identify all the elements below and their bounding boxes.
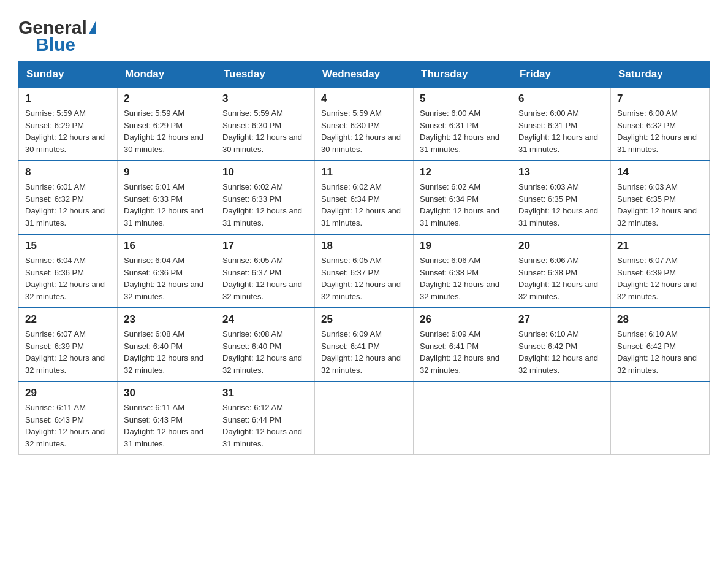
day-info: Sunrise: 6:09 AM Sunset: 6:41 PM Dayligh… bbox=[420, 328, 506, 376]
day-number: 17 bbox=[222, 240, 308, 252]
day-info: Sunrise: 6:01 AM Sunset: 6:32 PM Dayligh… bbox=[25, 181, 111, 229]
calendar-week-row: 29 Sunrise: 6:11 AM Sunset: 6:43 PM Dayl… bbox=[19, 381, 710, 455]
calendar-cell: 29 Sunrise: 6:11 AM Sunset: 6:43 PM Dayl… bbox=[19, 381, 118, 455]
day-info: Sunrise: 6:11 AM Sunset: 6:43 PM Dayligh… bbox=[124, 402, 210, 450]
calendar-header-row: SundayMondayTuesdayWednesdayThursdayFrid… bbox=[19, 62, 710, 88]
header-saturday: Saturday bbox=[611, 62, 710, 88]
day-number: 23 bbox=[124, 313, 210, 326]
calendar-cell: 25 Sunrise: 6:09 AM Sunset: 6:41 PM Dayl… bbox=[315, 308, 414, 381]
calendar-cell bbox=[611, 381, 710, 455]
day-number: 5 bbox=[420, 93, 506, 105]
day-info: Sunrise: 6:08 AM Sunset: 6:40 PM Dayligh… bbox=[222, 328, 308, 376]
day-info: Sunrise: 6:06 AM Sunset: 6:38 PM Dayligh… bbox=[518, 255, 604, 302]
day-info: Sunrise: 6:01 AM Sunset: 6:33 PM Dayligh… bbox=[124, 181, 210, 229]
day-info: Sunrise: 6:05 AM Sunset: 6:37 PM Dayligh… bbox=[321, 255, 407, 302]
calendar-cell: 28 Sunrise: 6:10 AM Sunset: 6:42 PM Dayl… bbox=[611, 308, 710, 381]
calendar-cell: 24 Sunrise: 6:08 AM Sunset: 6:40 PM Dayl… bbox=[216, 308, 315, 381]
day-info: Sunrise: 6:07 AM Sunset: 6:39 PM Dayligh… bbox=[617, 255, 703, 302]
day-number: 14 bbox=[617, 166, 703, 178]
calendar-cell bbox=[315, 381, 414, 455]
day-info: Sunrise: 5:59 AM Sunset: 6:29 PM Dayligh… bbox=[25, 107, 111, 155]
day-number: 6 bbox=[518, 93, 604, 105]
day-info: Sunrise: 6:04 AM Sunset: 6:36 PM Dayligh… bbox=[25, 255, 111, 302]
header-tuesday: Tuesday bbox=[216, 62, 315, 88]
calendar-cell: 23 Sunrise: 6:08 AM Sunset: 6:40 PM Dayl… bbox=[118, 308, 216, 381]
day-number: 28 bbox=[617, 313, 703, 326]
calendar-cell: 7 Sunrise: 6:00 AM Sunset: 6:32 PM Dayli… bbox=[611, 87, 710, 161]
calendar-week-row: 8 Sunrise: 6:01 AM Sunset: 6:32 PM Dayli… bbox=[19, 161, 710, 234]
calendar-cell: 18 Sunrise: 6:05 AM Sunset: 6:37 PM Dayl… bbox=[315, 234, 414, 308]
day-number: 7 bbox=[617, 93, 703, 105]
day-info: Sunrise: 6:10 AM Sunset: 6:42 PM Dayligh… bbox=[518, 328, 604, 376]
calendar-cell: 16 Sunrise: 6:04 AM Sunset: 6:36 PM Dayl… bbox=[118, 234, 216, 308]
day-info: Sunrise: 6:04 AM Sunset: 6:36 PM Dayligh… bbox=[124, 255, 210, 302]
day-number: 21 bbox=[617, 240, 703, 252]
header-sunday: Sunday bbox=[19, 62, 118, 88]
day-number: 19 bbox=[420, 240, 506, 252]
calendar-cell: 22 Sunrise: 6:07 AM Sunset: 6:39 PM Dayl… bbox=[19, 308, 118, 381]
calendar-cell: 27 Sunrise: 6:10 AM Sunset: 6:42 PM Dayl… bbox=[512, 308, 611, 381]
day-info: Sunrise: 6:02 AM Sunset: 6:33 PM Dayligh… bbox=[222, 181, 308, 229]
calendar-cell: 20 Sunrise: 6:06 AM Sunset: 6:38 PM Dayl… bbox=[512, 234, 611, 308]
day-number: 22 bbox=[25, 313, 111, 326]
day-number: 29 bbox=[25, 387, 111, 399]
header-thursday: Thursday bbox=[414, 62, 512, 88]
day-info: Sunrise: 6:02 AM Sunset: 6:34 PM Dayligh… bbox=[321, 181, 407, 229]
day-info: Sunrise: 5:59 AM Sunset: 6:30 PM Dayligh… bbox=[321, 107, 407, 155]
header: General Blue bbox=[18, 12, 710, 55]
calendar-cell: 6 Sunrise: 6:00 AM Sunset: 6:31 PM Dayli… bbox=[512, 87, 611, 161]
day-info: Sunrise: 6:06 AM Sunset: 6:38 PM Dayligh… bbox=[420, 255, 506, 302]
calendar-cell: 4 Sunrise: 5:59 AM Sunset: 6:30 PM Dayli… bbox=[315, 87, 414, 161]
day-info: Sunrise: 6:00 AM Sunset: 6:31 PM Dayligh… bbox=[420, 107, 506, 155]
calendar-cell: 19 Sunrise: 6:06 AM Sunset: 6:38 PM Dayl… bbox=[414, 234, 512, 308]
header-wednesday: Wednesday bbox=[315, 62, 414, 88]
calendar-cell: 10 Sunrise: 6:02 AM Sunset: 6:33 PM Dayl… bbox=[216, 161, 315, 234]
day-info: Sunrise: 6:03 AM Sunset: 6:35 PM Dayligh… bbox=[617, 181, 703, 229]
header-monday: Monday bbox=[118, 62, 216, 88]
day-info: Sunrise: 6:05 AM Sunset: 6:37 PM Dayligh… bbox=[222, 255, 308, 302]
calendar-week-row: 1 Sunrise: 5:59 AM Sunset: 6:29 PM Dayli… bbox=[19, 87, 710, 161]
day-number: 11 bbox=[321, 166, 407, 178]
day-number: 9 bbox=[124, 166, 210, 178]
day-number: 24 bbox=[222, 313, 308, 326]
day-info: Sunrise: 6:12 AM Sunset: 6:44 PM Dayligh… bbox=[222, 402, 308, 450]
calendar-week-row: 22 Sunrise: 6:07 AM Sunset: 6:39 PM Dayl… bbox=[19, 308, 710, 381]
day-number: 3 bbox=[222, 93, 308, 105]
day-number: 20 bbox=[518, 240, 604, 252]
day-info: Sunrise: 6:00 AM Sunset: 6:32 PM Dayligh… bbox=[617, 107, 703, 155]
day-number: 26 bbox=[420, 313, 506, 326]
day-info: Sunrise: 6:07 AM Sunset: 6:39 PM Dayligh… bbox=[25, 328, 111, 376]
calendar-cell: 26 Sunrise: 6:09 AM Sunset: 6:41 PM Dayl… bbox=[414, 308, 512, 381]
day-number: 30 bbox=[124, 387, 210, 399]
day-number: 15 bbox=[25, 240, 111, 252]
day-info: Sunrise: 6:08 AM Sunset: 6:40 PM Dayligh… bbox=[124, 328, 210, 376]
calendar-cell bbox=[512, 381, 611, 455]
day-number: 18 bbox=[321, 240, 407, 252]
calendar-cell: 5 Sunrise: 6:00 AM Sunset: 6:31 PM Dayli… bbox=[414, 87, 512, 161]
calendar-cell: 17 Sunrise: 6:05 AM Sunset: 6:37 PM Dayl… bbox=[216, 234, 315, 308]
calendar-cell: 2 Sunrise: 5:59 AM Sunset: 6:29 PM Dayli… bbox=[118, 87, 216, 161]
day-number: 31 bbox=[222, 387, 308, 399]
calendar-cell bbox=[414, 381, 512, 455]
calendar-cell: 11 Sunrise: 6:02 AM Sunset: 6:34 PM Dayl… bbox=[315, 161, 414, 234]
calendar-cell: 30 Sunrise: 6:11 AM Sunset: 6:43 PM Dayl… bbox=[118, 381, 216, 455]
day-info: Sunrise: 5:59 AM Sunset: 6:29 PM Dayligh… bbox=[124, 107, 210, 155]
calendar-cell: 9 Sunrise: 6:01 AM Sunset: 6:33 PM Dayli… bbox=[118, 161, 216, 234]
calendar-cell: 3 Sunrise: 5:59 AM Sunset: 6:30 PM Dayli… bbox=[216, 87, 315, 161]
calendar-cell: 13 Sunrise: 6:03 AM Sunset: 6:35 PM Dayl… bbox=[512, 161, 611, 234]
day-number: 8 bbox=[25, 166, 111, 178]
day-info: Sunrise: 6:10 AM Sunset: 6:42 PM Dayligh… bbox=[617, 328, 703, 376]
day-info: Sunrise: 6:00 AM Sunset: 6:31 PM Dayligh… bbox=[518, 107, 604, 155]
calendar-cell: 1 Sunrise: 5:59 AM Sunset: 6:29 PM Dayli… bbox=[19, 87, 118, 161]
day-info: Sunrise: 6:02 AM Sunset: 6:34 PM Dayligh… bbox=[420, 181, 506, 229]
day-number: 16 bbox=[124, 240, 210, 252]
day-number: 13 bbox=[518, 166, 604, 178]
calendar-table: SundayMondayTuesdayWednesdayThursdayFrid… bbox=[18, 61, 710, 455]
day-info: Sunrise: 6:09 AM Sunset: 6:41 PM Dayligh… bbox=[321, 328, 407, 376]
day-number: 10 bbox=[222, 166, 308, 178]
day-info: Sunrise: 6:03 AM Sunset: 6:35 PM Dayligh… bbox=[518, 181, 604, 229]
header-friday: Friday bbox=[512, 62, 611, 88]
calendar-cell: 8 Sunrise: 6:01 AM Sunset: 6:32 PM Dayli… bbox=[19, 161, 118, 234]
calendar-week-row: 15 Sunrise: 6:04 AM Sunset: 6:36 PM Dayl… bbox=[19, 234, 710, 308]
day-number: 1 bbox=[25, 93, 111, 105]
